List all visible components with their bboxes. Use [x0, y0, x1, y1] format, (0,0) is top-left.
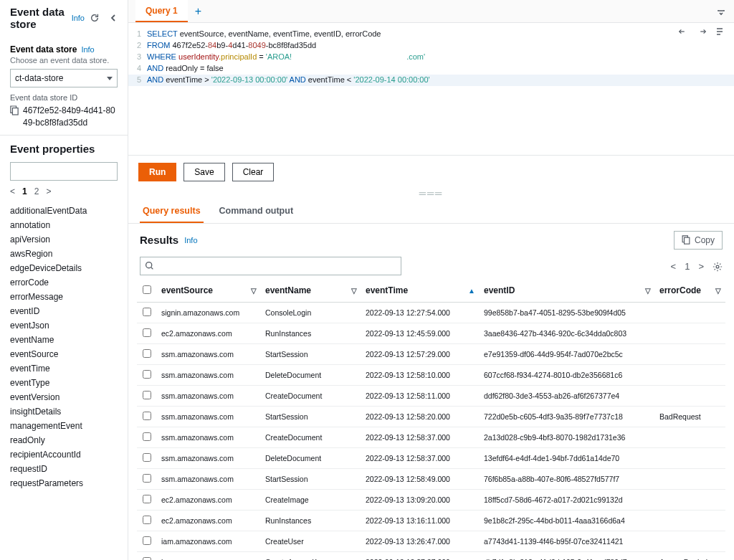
row-checkbox[interactable]	[143, 308, 151, 316]
table-row[interactable]: ssm.amazonaws.comDeleteDocument2022-09-1…	[137, 447, 725, 468]
property-item[interactable]: eventTime	[10, 361, 118, 376]
tab-query-results[interactable]: Query results	[140, 200, 204, 223]
row-checkbox[interactable]	[143, 412, 151, 420]
table-row[interactable]: ssm.amazonaws.comStartSession2022-09-13 …	[137, 406, 725, 427]
table-row[interactable]: ssm.amazonaws.comCreateDocument2022-09-1…	[137, 385, 725, 406]
table-row[interactable]: signin.amazonaws.comConsoleLogin2022-09-…	[137, 302, 725, 323]
row-checkbox[interactable]	[143, 516, 151, 524]
table-row[interactable]: ec2.amazonaws.comRunInstances2022-09-13 …	[137, 323, 725, 343]
results-search-input[interactable]	[158, 261, 396, 271]
property-item[interactable]: eventSource	[10, 347, 118, 361]
row-checkbox[interactable]	[143, 328, 151, 337]
property-item[interactable]: insightDetails	[10, 404, 118, 419]
editor-format-icon[interactable]	[715, 27, 724, 36]
cell-errorcode	[655, 302, 725, 323]
row-checkbox[interactable]	[143, 557, 151, 560]
cell-errorcode	[655, 489, 725, 510]
tab-command-output[interactable]: Command output	[216, 200, 296, 223]
col-errorcode[interactable]: errorCode▽	[655, 280, 725, 303]
copy-icon[interactable]	[10, 105, 19, 115]
table-row[interactable]: ssm.amazonaws.comStartSession2022-09-13 …	[137, 343, 725, 364]
cell-eventname: CreateAccessKey	[261, 551, 361, 560]
tab-menu-icon[interactable]	[717, 7, 725, 16]
property-item[interactable]: annotation	[10, 218, 118, 232]
property-item[interactable]: eventJson	[10, 318, 118, 333]
table-row[interactable]: iam.amazonaws.comCreateAccessKey2022-09-…	[137, 551, 725, 560]
row-checkbox[interactable]	[143, 391, 151, 399]
resize-handle[interactable]: ═══	[128, 190, 734, 197]
cell-eventtime: 2022-09-13 12:58:37.000	[361, 427, 480, 447]
results-pager-prev[interactable]: <	[671, 261, 677, 272]
run-button[interactable]: Run	[138, 163, 176, 181]
editor-undo-icon[interactable]	[678, 27, 688, 36]
property-item[interactable]: awsRegion	[10, 247, 118, 261]
results-search[interactable]	[140, 257, 401, 275]
row-checkbox[interactable]	[143, 453, 151, 462]
property-item[interactable]: eventID	[10, 304, 118, 318]
cell-eventtime: 2022-09-13 12:27:54.000	[361, 302, 480, 323]
sql-editor[interactable]: 1SELECT eventSource, eventName, eventTim…	[128, 23, 734, 90]
pager-next-icon[interactable]: >	[46, 186, 51, 196]
pager-prev-icon[interactable]: <	[10, 186, 15, 196]
property-item[interactable]: requestParameters	[10, 476, 118, 490]
clear-button[interactable]: Clear	[232, 163, 275, 181]
cell-eventid: db7d1a8b-313c-41d0-b195-2c41aed789d7	[480, 551, 655, 560]
select-all-header[interactable]	[137, 280, 157, 303]
cell-eventname: CreateUser	[261, 531, 361, 551]
properties-search[interactable]	[10, 162, 118, 181]
select-all-checkbox[interactable]	[143, 285, 151, 294]
table-row[interactable]: ec2.amazonaws.comRunInstances2022-09-13 …	[137, 510, 725, 531]
table-row[interactable]: ssm.amazonaws.comDeleteDocument2022-09-1…	[137, 364, 725, 385]
collapse-sidebar-icon[interactable]	[108, 12, 119, 24]
property-item[interactable]: recipientAccountId	[10, 447, 118, 462]
property-item[interactable]: readOnly	[10, 433, 118, 447]
table-row[interactable]: ssm.amazonaws.comStartSession2022-09-13 …	[137, 468, 725, 489]
save-button[interactable]: Save	[184, 163, 224, 181]
row-checkbox[interactable]	[143, 474, 151, 483]
col-eventname-label: eventName	[265, 285, 311, 295]
results-settings-icon[interactable]	[712, 262, 723, 272]
cell-errorcode: AccessDenied	[655, 551, 725, 560]
cell-errorcode	[655, 343, 725, 364]
table-row[interactable]: ec2.amazonaws.comCreateImage2022-09-13 1…	[137, 489, 725, 510]
property-item[interactable]: requestID	[10, 462, 118, 476]
cell-eventtime: 2022-09-13 12:57:29.000	[361, 343, 480, 364]
table-row[interactable]: ssm.amazonaws.comCreateDocument2022-09-1…	[137, 427, 725, 447]
col-eventname[interactable]: eventName▽	[261, 280, 361, 303]
row-checkbox[interactable]	[143, 349, 151, 358]
add-tab-button[interactable]: +	[188, 5, 209, 18]
results-info-link[interactable]: Info	[184, 236, 197, 245]
eds-select[interactable]: ct-data-store	[10, 69, 118, 87]
col-eventtime[interactable]: eventTime▲	[361, 280, 480, 303]
copy-button[interactable]: Copy	[674, 231, 723, 250]
property-item[interactable]: eventType	[10, 376, 118, 390]
row-checkbox[interactable]	[143, 370, 151, 379]
refresh-icon[interactable]	[89, 12, 100, 24]
properties-search-input[interactable]	[19, 166, 127, 176]
row-checkbox[interactable]	[143, 432, 151, 441]
row-checkbox[interactable]	[143, 536, 151, 545]
property-item[interactable]: eventName	[10, 333, 118, 347]
property-item[interactable]: errorMessage	[10, 290, 118, 304]
property-item[interactable]: additionalEventData	[10, 204, 118, 218]
cell-eventsource: ec2.amazonaws.com	[157, 510, 261, 531]
row-checkbox[interactable]	[143, 495, 151, 503]
col-eventid[interactable]: eventID▽	[480, 280, 655, 303]
sidebar: Event data store Info Event data store I…	[0, 0, 128, 560]
property-item[interactable]: managementEvent	[10, 419, 118, 433]
tab-query-1[interactable]: Query 1	[135, 0, 188, 22]
property-item[interactable]: eventVersion	[10, 390, 118, 404]
pager-page-2[interactable]: 2	[34, 186, 39, 196]
col-eventsource[interactable]: eventSource▽	[157, 280, 261, 303]
cell-errorcode	[655, 531, 725, 551]
table-row[interactable]: iam.amazonaws.comCreateUser2022-09-13 13…	[137, 531, 725, 551]
results-header: Results	[140, 234, 178, 246]
editor-redo-icon[interactable]	[697, 27, 707, 36]
property-item[interactable]: edgeDeviceDetails	[10, 261, 118, 275]
property-item[interactable]: apiVersion	[10, 232, 118, 247]
eds-info-link[interactable]: Info	[81, 45, 94, 54]
property-item[interactable]: errorCode	[10, 275, 118, 290]
results-pager-next[interactable]: >	[698, 261, 704, 272]
sidebar-info-link[interactable]: Info	[72, 14, 85, 22]
pager-current[interactable]: 1	[22, 186, 27, 196]
